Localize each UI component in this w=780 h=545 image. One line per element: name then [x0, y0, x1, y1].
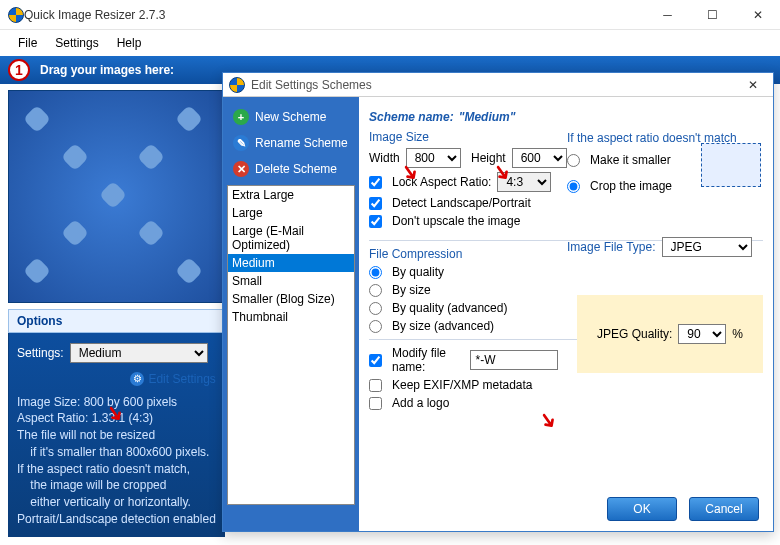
aspect-ratio-select[interactable]: 4:3: [497, 172, 551, 192]
keep-exif-checkbox[interactable]: [369, 379, 382, 392]
scheme-item[interactable]: Large (E-Mail Optimized): [228, 222, 354, 254]
width-select[interactable]: 800: [406, 148, 461, 168]
scheme-name-label: Scheme name:: [369, 110, 454, 124]
menu-file[interactable]: File: [18, 36, 37, 50]
add-logo-checkbox[interactable]: [369, 397, 382, 410]
step-text: Drag your images here:: [40, 63, 174, 77]
modify-filename-label: Modify file name:: [392, 346, 464, 374]
make-smaller-radio[interactable]: [567, 154, 580, 167]
dialog-close-button[interactable]: ✕: [739, 78, 767, 92]
compression-label: File Compression: [369, 247, 567, 261]
menu-help[interactable]: Help: [117, 36, 142, 50]
modify-filename-checkbox[interactable]: [369, 354, 382, 367]
scheme-item[interactable]: Medium: [228, 254, 354, 272]
scheme-name-value: "Medium": [459, 110, 516, 124]
gear-icon: ⚙: [130, 372, 144, 386]
crop-label: Crop the image: [590, 179, 672, 193]
maximize-button[interactable]: ☐: [690, 0, 735, 29]
scheme-item[interactable]: Small: [228, 272, 354, 290]
scheme-item[interactable]: Thumbnail: [228, 308, 354, 326]
main-titlebar: Quick Image Resizer 2.7.3 ─ ☐ ✕: [0, 0, 780, 30]
by-size-adv-radio[interactable]: [369, 320, 382, 333]
by-quality-radio[interactable]: [369, 266, 382, 279]
info-text: Image Size: 800 by 600 pixels Aspect Rat…: [17, 394, 216, 528]
keep-exif-label: Keep EXIF/XMP metadata: [392, 378, 533, 392]
dont-upscale-label: Don't upscale the image: [392, 214, 520, 228]
detect-label: Detect Landscape/Portrait: [392, 196, 531, 210]
crop-radio[interactable]: [567, 180, 580, 193]
jpeg-quality-box: JPEG Quality: 90 %: [577, 295, 763, 373]
scheme-item[interactable]: Smaller (Blog Size): [228, 290, 354, 308]
cancel-button[interactable]: Cancel: [689, 497, 759, 521]
height-select[interactable]: 600: [512, 148, 567, 168]
scheme-panel: +New Scheme ✎Rename Scheme ✕Delete Schem…: [223, 97, 359, 531]
rename-scheme-button[interactable]: ✎Rename Scheme: [227, 131, 355, 155]
edit-settings-dialog: Edit Settings Schemes ✕ +New Scheme ✎Ren…: [222, 72, 774, 532]
x-icon: ✕: [233, 161, 249, 177]
menu-settings[interactable]: Settings: [55, 36, 98, 50]
ok-button[interactable]: OK: [607, 497, 677, 521]
app-icon: [8, 7, 24, 23]
pencil-icon: ✎: [233, 135, 249, 151]
delete-scheme-button[interactable]: ✕Delete Scheme: [227, 157, 355, 181]
image-drop-zone[interactable]: [8, 90, 224, 303]
image-size-label: Image Size: [369, 130, 567, 144]
close-button[interactable]: ✕: [735, 0, 780, 29]
width-label: Width: [369, 151, 400, 165]
lock-aspect-checkbox[interactable]: [369, 176, 382, 189]
minimize-button[interactable]: ─: [645, 0, 690, 29]
lock-aspect-label: Lock Aspect Ratio:: [392, 175, 491, 189]
detect-orientation-checkbox[interactable]: [369, 197, 382, 210]
modify-filename-input[interactable]: [470, 350, 558, 370]
step-badge: 1: [8, 59, 30, 81]
menubar: File Settings Help: [0, 30, 780, 56]
by-quality-adv-radio[interactable]: [369, 302, 382, 315]
ar-mismatch-label: If the aspect ratio doesn't match: [567, 131, 761, 145]
height-label: Height: [471, 151, 506, 165]
dialog-title: Edit Settings Schemes: [251, 78, 739, 92]
edit-settings-link[interactable]: ⚙ Edit Settings: [130, 372, 215, 386]
window-title: Quick Image Resizer 2.7.3: [24, 8, 645, 22]
plus-icon: +: [233, 109, 249, 125]
scheme-item[interactable]: Extra Large: [228, 186, 354, 204]
make-smaller-label: Make it smaller: [590, 153, 671, 167]
dialog-icon: [229, 77, 245, 93]
filetype-select[interactable]: JPEG: [662, 237, 752, 257]
scheme-item[interactable]: Large: [228, 204, 354, 222]
jpeg-quality-label: JPEG Quality:: [597, 327, 672, 341]
settings-label: Settings:: [17, 346, 64, 360]
options-header: Options: [8, 309, 225, 333]
add-logo-label: Add a logo: [392, 396, 449, 410]
by-size-radio[interactable]: [369, 284, 382, 297]
dont-upscale-checkbox[interactable]: [369, 215, 382, 228]
jpeg-quality-select[interactable]: 90: [678, 324, 726, 344]
scheme-list[interactable]: Extra LargeLargeLarge (E-Mail Optimized)…: [227, 185, 355, 505]
new-scheme-button[interactable]: +New Scheme: [227, 105, 355, 129]
filetype-label: Image File Type:: [567, 240, 656, 254]
ratio-preview: [701, 143, 761, 187]
settings-select[interactable]: Medium: [70, 343, 208, 363]
